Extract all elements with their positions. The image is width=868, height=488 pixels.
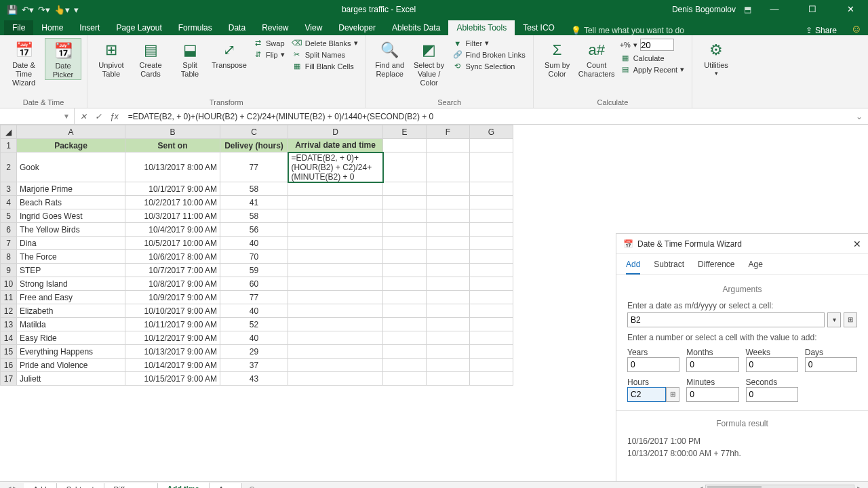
user-name[interactable]: Denis Bogomolov <box>672 5 736 14</box>
col-header-F[interactable]: F <box>427 125 470 139</box>
maximize-button[interactable]: ☐ <box>797 0 827 19</box>
cell-A12[interactable]: Elizabeth <box>17 304 125 318</box>
cell-D15[interactable] <box>288 345 383 359</box>
save-icon[interactable]: 💾 <box>7 5 18 15</box>
seconds-input[interactable] <box>746 387 798 402</box>
tab-page-layout[interactable]: Page Layout <box>108 20 170 35</box>
tell-me[interactable]: 💡Tell me what you want to do <box>571 26 684 35</box>
cell-B5[interactable]: 10/3/2017 11:00 AM <box>125 209 220 223</box>
header-C[interactable]: Delivey (hours) <box>220 139 288 152</box>
cell-D14[interactable] <box>288 331 383 345</box>
col-header-E[interactable]: E <box>383 125 427 139</box>
cell-D10[interactable] <box>288 277 383 291</box>
sync-selection-button[interactable]: ⟲Sync Selection <box>450 61 528 71</box>
select-all[interactable]: ◢ <box>1 125 17 139</box>
count-chars-button[interactable]: a#Count Characters <box>578 38 615 79</box>
tab-ablebits-tools[interactable]: Ablebits Tools <box>448 20 515 35</box>
cell-C16[interactable]: 37 <box>220 359 288 372</box>
cell-D9[interactable] <box>288 264 383 277</box>
col-header-A[interactable]: A <box>17 125 125 139</box>
unpivot-button[interactable]: ⊞Unpivot Table <box>93 38 130 79</box>
sum-by-color-button[interactable]: ΣSum by Color <box>539 38 576 79</box>
cell-A5[interactable]: Ingrid Goes West <box>17 209 125 223</box>
tab-view[interactable]: View <box>297 20 331 35</box>
select-by-button[interactable]: ◩Select by Value / Color <box>411 38 448 88</box>
cell-B9[interactable]: 10/7/2017 7:00 AM <box>125 264 220 277</box>
touch-mode-icon[interactable]: 👆▾ <box>54 5 70 15</box>
hours-cellpicker-icon[interactable]: ⊞ <box>666 387 679 402</box>
row-header-7[interactable]: 7 <box>1 237 17 250</box>
cell-D13[interactable] <box>288 318 383 331</box>
add-sheet-button[interactable]: ⊕ <box>242 485 262 488</box>
cell-D12[interactable] <box>288 304 383 318</box>
split-table-button[interactable]: ⬓Split Table <box>172 38 208 79</box>
wizard-tab-age[interactable]: Age <box>749 260 763 274</box>
cancel-formula-icon[interactable]: ✕ <box>80 112 87 121</box>
cell-B6[interactable]: 10/4/2017 9:00 AM <box>125 223 220 237</box>
header-D[interactable]: Arrival date and time <box>288 139 383 152</box>
cell-C15[interactable]: 29 <box>220 345 288 359</box>
date-cellpicker-icon[interactable]: ⊞ <box>844 312 857 327</box>
flip-button[interactable]: ⇵Flip ▾ <box>250 49 287 60</box>
cell-D16[interactable] <box>288 359 383 372</box>
cell-C9[interactable]: 59 <box>220 264 288 277</box>
ribbon-options-icon[interactable]: ⬒ <box>744 5 751 14</box>
swap-button[interactable]: ⇄Swap <box>250 38 287 48</box>
sheet-nav[interactable]: ◀ ▶ <box>0 485 24 488</box>
row-header-3[interactable]: 3 <box>1 182 17 196</box>
cell-B2[interactable]: 10/13/2017 8:00 AM <box>125 152 220 182</box>
sheet-tab-difference[interactable]: Difference <box>104 483 158 489</box>
cell-D6[interactable] <box>288 223 383 237</box>
name-box[interactable]: ▼ <box>0 108 75 124</box>
row-header-14[interactable]: 14 <box>1 331 17 345</box>
cell-A6[interactable]: The Yellow Birds <box>17 223 125 237</box>
scroll-right-icon[interactable]: ▶ <box>857 485 863 488</box>
cell-A11[interactable]: Free and Easy <box>17 291 125 304</box>
utilities-button[interactable]: ⚙Utilities▾ <box>698 38 734 77</box>
cell-A2[interactable]: Gook <box>17 152 125 182</box>
tab-formulas[interactable]: Formulas <box>170 20 220 35</box>
transpose-button[interactable]: ⤢Transpose <box>211 38 248 70</box>
cell-C4[interactable]: 41 <box>220 196 288 209</box>
cell-C2[interactable]: 77 <box>220 152 288 182</box>
row-header-9[interactable]: 9 <box>1 264 17 277</box>
cell-C14[interactable]: 40 <box>220 331 288 345</box>
row-header-11[interactable]: 11 <box>1 291 17 304</box>
sheet-tab-add[interactable]: Add <box>24 483 57 489</box>
cell-A3[interactable]: Marjorie Prime <box>17 182 125 196</box>
header-A[interactable]: Package <box>17 139 125 152</box>
scroll-left-icon[interactable]: ◀ <box>697 485 703 488</box>
broken-links-button[interactable]: 🔗Find Broken Links <box>450 49 528 60</box>
cell-C17[interactable]: 43 <box>220 372 288 386</box>
chevron-down-icon[interactable]: ▼ <box>63 113 70 120</box>
row-header-16[interactable]: 16 <box>1 359 17 372</box>
sheet-tab-age[interactable]: Age <box>210 483 243 489</box>
tab-data[interactable]: Data <box>220 20 254 35</box>
cell-A10[interactable]: Strong Island <box>17 277 125 291</box>
tab-insert[interactable]: Insert <box>71 20 108 35</box>
cell-B3[interactable]: 10/1/2017 9:00 AM <box>125 182 220 196</box>
share-button[interactable]: ⇪Share <box>797 26 845 35</box>
col-header-G[interactable]: G <box>470 125 513 139</box>
cell-C3[interactable]: 58 <box>220 182 288 196</box>
create-cards-button[interactable]: ▤Create Cards <box>132 38 169 79</box>
tab-review[interactable]: Review <box>254 20 296 35</box>
cell-A14[interactable]: Easy Ride <box>17 331 125 345</box>
cell-D3[interactable] <box>288 182 383 196</box>
cell-C13[interactable]: 52 <box>220 318 288 331</box>
years-input[interactable] <box>627 357 679 372</box>
cell-C5[interactable]: 58 <box>220 209 288 223</box>
cell-B7[interactable]: 10/5/2017 10:00 AM <box>125 237 220 250</box>
wizard-tab-difference[interactable]: Difference <box>698 260 734 274</box>
cell-D8[interactable] <box>288 250 383 264</box>
cell-B12[interactable]: 10/10/2017 9:00 AM <box>125 304 220 318</box>
row-header-8[interactable]: 8 <box>1 250 17 264</box>
cell-C6[interactable]: 56 <box>220 223 288 237</box>
undo-icon[interactable]: ↶▾ <box>22 5 34 15</box>
sheet-tab-add-time[interactable]: Add time <box>158 483 210 489</box>
cell-D2[interactable]: =EDATE(B2, + 0)+(HOUR(B2) + C2)/24+(MINU… <box>288 152 383 182</box>
apply-recent-button[interactable]: ▤Apply Recent ▾ <box>618 64 686 75</box>
cell-A8[interactable]: The Force <box>17 250 125 264</box>
col-header-B[interactable]: B <box>125 125 220 139</box>
cell-A7[interactable]: Dina <box>17 237 125 250</box>
